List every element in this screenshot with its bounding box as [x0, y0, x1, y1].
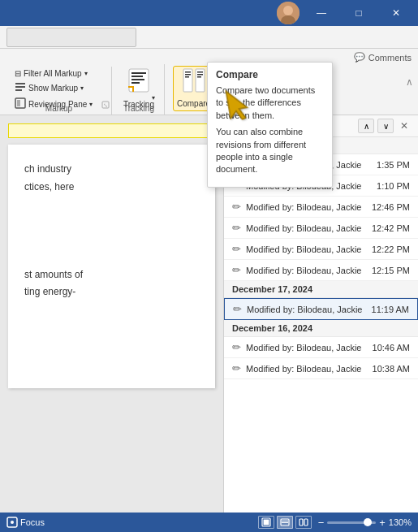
svg-rect-7 [17, 100, 20, 106]
revision-time: 12:15 PM [372, 266, 410, 275]
comments-button[interactable]: 💬 Comments [354, 52, 412, 63]
document-page: ch industry ctices, here st amounts of t… [8, 145, 215, 388]
svg-marker-24 [226, 89, 248, 122]
status-bar: Focus − + 130% [0, 513, 418, 532]
zoom-slider[interactable] [327, 521, 376, 524]
filter-arrow-icon: ▾ [84, 70, 88, 77]
search-area [0, 26, 418, 49]
revision-time: 10:46 AM [373, 343, 410, 353]
zoom-minus-button[interactable]: − [318, 517, 325, 529]
web-layout-button[interactable] [277, 516, 293, 529]
filter-icon: ⊟ [15, 69, 21, 78]
revision-author: Modified by: Bilodeau, Jackie [247, 305, 367, 314]
markup-group: ⊟ Filter All Markup ▾ Show Markup ▾ Revi… [6, 67, 112, 115]
revision-author: Modified by: Bilodeau, Jackie [246, 343, 368, 353]
zoom-plus-button[interactable]: + [379, 517, 386, 529]
revision-author: Modified by: Bilodeau, Jackie [246, 202, 367, 212]
revision-item[interactable]: ✏ Modified by: Bilodeau, Jackie 12:22 PM [224, 239, 418, 260]
title-bar-controls: — □ ✕ [303, 1, 415, 25]
reviewing-arrow-icon: ▾ [89, 101, 93, 108]
svg-rect-3 [15, 83, 25, 84]
revision-author: Modified by: Bilodeau, Jackie [246, 244, 367, 254]
show-markup-button[interactable]: Show Markup ▾ [13, 80, 94, 95]
tracking-group: Tracking ▾ Tracking [114, 64, 165, 115]
search-input[interactable] [6, 28, 136, 47]
revision-time: 12:22 PM [372, 244, 410, 254]
edit-icon: ✏ [233, 303, 242, 315]
tracking-icon [127, 67, 151, 98]
svg-rect-16 [185, 71, 191, 73]
minimize-button[interactable]: — [303, 1, 340, 25]
date-header-dec16: December 16, 2024 [224, 320, 418, 337]
svg-rect-28 [263, 520, 269, 526]
markup-icon [15, 81, 26, 94]
ribbon-collapse-button[interactable]: ∧ [406, 76, 413, 88]
filter-all-markup-button[interactable]: ⊟ Filter All Markup ▾ [13, 68, 94, 79]
svg-rect-17 [185, 74, 191, 76]
markup-group-label: Markup [45, 104, 72, 113]
revision-author: Modified by: Bilodeau, Jackie [246, 223, 367, 233]
revision-up-button[interactable]: ∧ [358, 119, 374, 133]
zoom-controls: − + 130% [318, 517, 412, 529]
close-button[interactable]: ✕ [377, 1, 415, 25]
zoom-percent: 130% [389, 517, 412, 527]
print-layout-button[interactable] [258, 516, 274, 529]
compare-icon [182, 67, 206, 97]
focus-button[interactable]: Focus [6, 517, 45, 528]
revision-list: December 23, 2024 ✏ Modified by: Bilodea… [224, 137, 418, 532]
svg-point-26 [11, 521, 14, 524]
compare-tooltip: Compare Compare two documents to see the… [207, 62, 333, 188]
revision-time: 12:46 PM [372, 202, 410, 212]
revision-item[interactable]: ✏ Modified by: Bilodeau, Jackie 10:46 AM [224, 337, 418, 358]
revision-time: 11:19 AM [372, 305, 409, 314]
maximize-button[interactable]: □ [340, 1, 377, 25]
revision-author: Modified by: Bilodeau, Jackie [246, 364, 368, 374]
revision-down-button[interactable]: ∨ [377, 119, 394, 133]
revision-nav: ∧ ∨ ✕ [358, 119, 412, 133]
revision-time: 1:10 PM [377, 181, 410, 191]
svg-rect-14 [131, 82, 140, 84]
compare-label: Compare [177, 99, 210, 109]
revision-time: 1:35 PM [377, 160, 410, 170]
zoom-thumb [364, 518, 372, 526]
edit-icon: ✏ [232, 341, 241, 353]
comments-label: Comments [368, 53, 412, 63]
pane-icon [15, 97, 26, 110]
revision-item[interactable]: ✏ Modified by: Bilodeau, Jackie 10:38 AM [224, 358, 418, 379]
edit-icon: ✏ [232, 264, 241, 276]
tracking-group-label: Tracking [123, 104, 154, 113]
document-area: ch industry ctices, here st amounts of t… [0, 115, 223, 532]
markup-collapse-icon: ⤡ [101, 100, 110, 111]
svg-rect-5 [15, 89, 22, 91]
read-mode-button[interactable] [295, 516, 312, 529]
svg-rect-4 [15, 86, 25, 88]
revision-item[interactable]: ✏ Modified by: Bilodeau, Jackie 12:42 PM [224, 218, 418, 239]
edit-icon: ✏ [232, 362, 241, 374]
svg-rect-12 [131, 76, 143, 77]
revision-item-selected[interactable]: ✏ Modified by: Bilodeau, Jackie 11:19 AM [224, 298, 418, 320]
svg-rect-18 [185, 76, 189, 78]
focus-label: Focus [20, 517, 45, 527]
doc-yellow-bar [8, 123, 215, 138]
svg-rect-30 [282, 521, 288, 521]
edit-icon: ✏ [232, 222, 241, 234]
revision-item[interactable]: ✏ Modified by: Bilodeau, Jackie 12:46 PM [224, 197, 418, 218]
avatar [277, 2, 299, 24]
svg-point-1 [283, 6, 293, 15]
comment-icon: 💬 [354, 52, 365, 63]
tracking-arrow-icon: ▾ [152, 94, 155, 102]
svg-rect-20 [197, 71, 203, 73]
doc-text: ch industry ctices, here st amounts of t… [24, 161, 199, 301]
svg-text:⤡: ⤡ [103, 102, 108, 108]
show-markup-arrow-icon: ▾ [80, 84, 84, 92]
title-bar: — □ ✕ [0, 0, 418, 26]
svg-rect-11 [131, 72, 146, 74]
svg-rect-13 [131, 79, 144, 80]
revision-time: 12:42 PM [372, 223, 410, 233]
revision-time: 10:38 AM [373, 364, 410, 374]
svg-rect-32 [299, 519, 303, 526]
svg-rect-33 [304, 519, 308, 526]
revision-item[interactable]: ✏ Modified by: Bilodeau, Jackie 12:15 PM [224, 260, 418, 281]
svg-rect-22 [197, 76, 201, 78]
revision-close-button[interactable]: ✕ [397, 119, 412, 133]
